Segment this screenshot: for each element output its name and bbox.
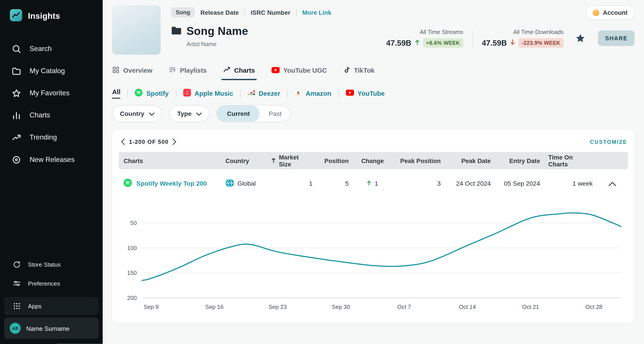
song-header-main: Song Release Date ISRC Number More Link … bbox=[171, 5, 386, 47]
svg-text:Oct 7: Oct 7 bbox=[397, 304, 411, 310]
cell-country: Global bbox=[222, 178, 268, 189]
share-button[interactable]: SHARE bbox=[598, 30, 634, 46]
tab-youtube-ugc[interactable]: YouTube UGC bbox=[272, 66, 327, 80]
sort-asc-icon bbox=[272, 157, 276, 164]
divider bbox=[240, 89, 240, 98]
platform-filter-apple-music[interactable]: ♪ Apple Music bbox=[183, 89, 234, 98]
toggle-past[interactable]: Past bbox=[260, 110, 291, 117]
favorite-star-button[interactable] bbox=[575, 33, 586, 44]
pagination-prev-button[interactable] bbox=[120, 138, 126, 146]
youtube-icon bbox=[272, 67, 280, 74]
platform-filter-spotify[interactable]: Spotify bbox=[135, 89, 168, 98]
cell-market-size: 1 bbox=[268, 180, 317, 187]
disc-icon bbox=[11, 155, 22, 164]
sidebar-item-search[interactable]: Search bbox=[0, 38, 103, 60]
sidebar-nav: Search My Catalog My Favorites Charts bbox=[0, 38, 103, 171]
tab-charts[interactable]: Charts bbox=[223, 66, 255, 80]
more-link[interactable]: More Link bbox=[302, 9, 332, 16]
type-dropdown[interactable]: Type bbox=[170, 105, 210, 122]
user-menu[interactable]: AB Name Surname bbox=[4, 318, 98, 339]
sidebar-item-charts[interactable]: Charts bbox=[0, 104, 103, 126]
column-header-label: Market Size bbox=[279, 154, 312, 168]
sidebar-item-label: Store Status bbox=[28, 261, 61, 268]
platform-filter-all[interactable]: All bbox=[112, 88, 120, 99]
svg-text:Sep 16: Sep 16 bbox=[205, 304, 224, 310]
account-button[interactable]: Account bbox=[586, 5, 634, 20]
country-dropdown[interactable]: Country bbox=[112, 105, 162, 122]
platform-filter-amazon[interactable]: a Amazon bbox=[295, 89, 332, 98]
change-value: 1 bbox=[374, 180, 378, 187]
column-header-market-size[interactable]: Market Size bbox=[268, 154, 317, 168]
column-header-charts[interactable]: Charts bbox=[119, 157, 222, 164]
cell-entry-date: 05 Sep 2024 bbox=[495, 180, 544, 187]
line-chart-icon bbox=[223, 66, 230, 75]
tab-label: Charts bbox=[234, 67, 255, 74]
column-header-position[interactable]: Position bbox=[317, 157, 353, 164]
refresh-status-icon bbox=[12, 260, 21, 268]
column-header-peak-date[interactable]: Peak Date bbox=[445, 157, 495, 164]
divider bbox=[296, 9, 296, 16]
platform-filter-deezer[interactable]: Deezer bbox=[248, 90, 280, 97]
svg-text:Sep 30: Sep 30 bbox=[332, 304, 350, 310]
cell-peak-date: 24 Oct 2024 bbox=[445, 180, 495, 187]
divider bbox=[338, 89, 339, 98]
column-header-peak-position[interactable]: Peak Position bbox=[392, 157, 445, 164]
sidebar-item-my-catalog[interactable]: My Catalog bbox=[0, 60, 103, 82]
amazon-icon: a bbox=[295, 89, 302, 98]
sidebar-item-new-releases[interactable]: New Releases bbox=[0, 149, 103, 171]
tab-tiktok[interactable]: TikTok bbox=[343, 66, 374, 80]
tangerine-icon bbox=[592, 9, 599, 16]
youtube-icon bbox=[346, 90, 354, 97]
sidebar: Insights Search My Catalog My Favorites bbox=[0, 0, 103, 344]
chart-name-link[interactable]: Spotify Weekly Top 200 bbox=[136, 180, 207, 187]
column-header-entry-date[interactable]: Entry Date bbox=[495, 157, 544, 164]
sidebar-footer: Store Status Preferences Apps AB Name Su… bbox=[0, 255, 103, 344]
tab-playlists[interactable]: Playlists bbox=[169, 66, 206, 80]
sidebar-item-preferences[interactable]: Preferences bbox=[0, 274, 103, 293]
svg-text:♪: ♪ bbox=[185, 90, 188, 96]
sidebar-item-store-status[interactable]: Store Status bbox=[0, 255, 103, 274]
column-header-time-on-charts[interactable]: Time On Charts bbox=[544, 154, 597, 168]
customize-button[interactable]: CUSTOMIZE bbox=[590, 139, 627, 145]
sidebar-item-my-favorites[interactable]: My Favorites bbox=[0, 82, 103, 104]
stat-value: 47.59B bbox=[386, 38, 412, 48]
avatar: AB bbox=[9, 322, 21, 334]
sidebar-item-label: New Releases bbox=[30, 156, 74, 164]
insights-logo-icon bbox=[10, 9, 22, 23]
svg-text:150: 150 bbox=[127, 270, 137, 276]
song-meta-row: Song Release Date ISRC Number More Link bbox=[171, 5, 386, 19]
deezer-icon bbox=[248, 90, 255, 97]
stat-label: All Time Downloads bbox=[513, 29, 564, 35]
column-header-country[interactable]: Country bbox=[222, 157, 268, 164]
divider bbox=[472, 29, 473, 48]
platform-filter-youtube[interactable]: YouTube bbox=[346, 90, 385, 97]
sidebar-item-apps[interactable]: Apps bbox=[4, 297, 98, 315]
card-toolbar: 1-200 OF 500 CUSTOMIZE bbox=[119, 137, 628, 147]
app-name: Insights bbox=[28, 12, 60, 21]
cell-peak-position: 3 bbox=[392, 180, 445, 187]
column-header-change[interactable]: Change bbox=[353, 157, 392, 164]
sidebar-item-label: My Catalog bbox=[30, 67, 65, 75]
tab-overview[interactable]: Overview bbox=[112, 66, 152, 80]
apps-grid-icon bbox=[12, 302, 21, 310]
cell-position: 5 bbox=[317, 180, 353, 187]
change-up-icon bbox=[367, 180, 372, 187]
pagination-next-button[interactable] bbox=[171, 138, 178, 146]
title-row: Song Name bbox=[171, 25, 386, 38]
svg-text:Oct 21: Oct 21 bbox=[522, 304, 539, 310]
sidebar-item-label: Search bbox=[30, 45, 52, 53]
folder-title-icon bbox=[171, 26, 182, 37]
pagination-label: 1-200 OF 500 bbox=[129, 138, 168, 145]
toggle-current[interactable]: Current bbox=[217, 105, 260, 122]
sidebar-item-trending[interactable]: Trending bbox=[0, 126, 103, 149]
isrc-label: ISRC Number bbox=[251, 9, 290, 16]
album-art bbox=[112, 5, 160, 54]
country-value: Global bbox=[238, 180, 256, 187]
table-header-row: Charts Country Market Size Position Chan… bbox=[119, 152, 628, 169]
downloads-week-badge: -223.9% WEEK bbox=[518, 38, 564, 48]
svg-text:100: 100 bbox=[127, 245, 137, 251]
collapse-row-button[interactable] bbox=[609, 182, 616, 186]
platform-label: All bbox=[112, 88, 120, 99]
filter-controls: Country Type Current Past bbox=[112, 105, 634, 122]
app-logo[interactable]: Insights bbox=[0, 0, 103, 29]
